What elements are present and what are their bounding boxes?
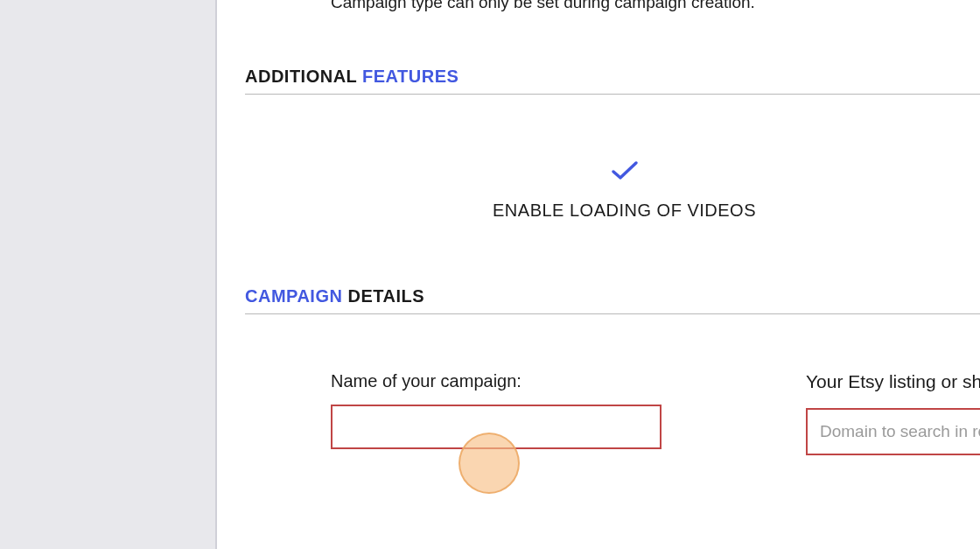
campaign-name-input[interactable] bbox=[331, 405, 662, 449]
listing-label: Your Etsy listing or shop bbox=[806, 371, 980, 392]
campaign-details-heading: CAMPAIGN DETAILS bbox=[245, 286, 980, 314]
additional-features-section: ADDITIONAL FEATURES ENABLE LOADING OF VI… bbox=[245, 67, 980, 221]
campaign-details-section: CAMPAIGN DETAILS Name of your campaign: … bbox=[245, 286, 980, 455]
campaign-name-field-group: Name of your campaign: bbox=[245, 371, 662, 455]
campaign-name-label: Name of your campaign: bbox=[245, 371, 662, 391]
additional-features-heading: ADDITIONAL FEATURES bbox=[245, 67, 980, 95]
sidebar bbox=[0, 0, 217, 549]
main-content: Campaign type can only be set during cam… bbox=[217, 0, 980, 549]
heading-text-accent: FEATURES bbox=[362, 67, 458, 86]
heading-text-plain: DETAILS bbox=[342, 286, 424, 306]
listing-field-group: Your Etsy listing or shop bbox=[806, 371, 980, 455]
campaign-type-hint: Campaign type can only be set during cam… bbox=[331, 0, 755, 12]
checkmark-icon bbox=[611, 160, 639, 185]
enable-video-feature[interactable]: ENABLE LOADING OF VIDEOS bbox=[269, 160, 980, 221]
heading-text-plain: ADDITIONAL bbox=[245, 67, 362, 86]
campaign-form-row: Name of your campaign: Your Etsy listing… bbox=[245, 371, 980, 455]
enable-video-label: ENABLE LOADING OF VIDEOS bbox=[269, 201, 980, 221]
listing-input[interactable] bbox=[806, 408, 980, 455]
heading-text-accent: CAMPAIGN bbox=[245, 286, 342, 306]
